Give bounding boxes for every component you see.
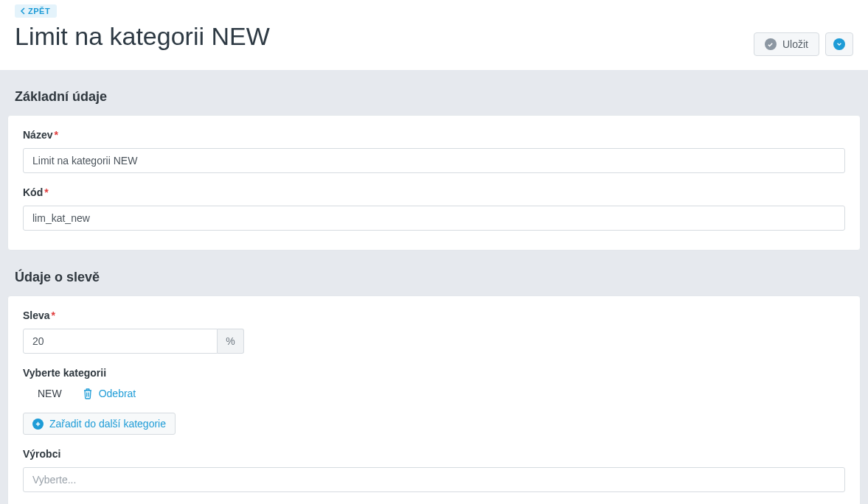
- required-marker: *: [52, 309, 55, 321]
- section-title-basic: Základní údaje: [15, 89, 853, 105]
- add-category-label: Zařadit do další kategorie: [49, 418, 166, 430]
- manufacturers-label: Výrobci: [23, 448, 845, 460]
- name-input[interactable]: [23, 148, 845, 173]
- save-label: Uložit: [782, 38, 808, 50]
- name-label: Název*: [23, 129, 845, 141]
- code-label: Kód*: [23, 186, 845, 198]
- remove-category-button[interactable]: Odebrat: [83, 388, 136, 399]
- manufacturers-placeholder: Vyberte...: [32, 474, 76, 486]
- chevron-down-icon: [833, 38, 845, 50]
- category-name: NEW: [38, 388, 62, 399]
- add-category-button[interactable]: Zařadit do další kategorie: [23, 413, 176, 435]
- discount-label: Sleva*: [23, 309, 845, 321]
- trash-icon: [83, 388, 93, 399]
- chevron-left-icon: [20, 7, 25, 15]
- back-label: ZPĚT: [28, 7, 50, 15]
- required-marker: *: [54, 129, 58, 141]
- category-label: Vyberte kategorii: [23, 367, 845, 379]
- name-label-text: Název: [23, 129, 52, 141]
- code-input[interactable]: [23, 206, 845, 231]
- save-button[interactable]: Uložit: [754, 32, 819, 56]
- save-dropdown-button[interactable]: [825, 32, 853, 56]
- category-row: NEW Odebrat: [23, 386, 845, 402]
- required-marker: *: [44, 186, 48, 198]
- panel-basic: Název* Kód*: [7, 115, 861, 251]
- manufacturers-select[interactable]: Vyberte...: [23, 467, 845, 492]
- section-title-discount: Údaje o slevě: [15, 270, 853, 285]
- back-button[interactable]: ZPĚT: [15, 4, 57, 18]
- panel-discount: Sleva* % Vyberte kategorii NEW Odebrat: [7, 295, 861, 504]
- remove-label: Odebrat: [99, 388, 136, 399]
- code-label-text: Kód: [23, 186, 43, 198]
- page-header: ZPĚT Limit na kategorii NEW Uložit: [0, 0, 868, 70]
- page-title: Limit na kategorii NEW: [15, 22, 853, 51]
- plus-circle-icon: [32, 419, 44, 430]
- discount-label-text: Sleva: [23, 309, 50, 321]
- discount-unit: %: [218, 329, 244, 354]
- discount-input[interactable]: [23, 329, 218, 354]
- check-circle-icon: [765, 38, 777, 50]
